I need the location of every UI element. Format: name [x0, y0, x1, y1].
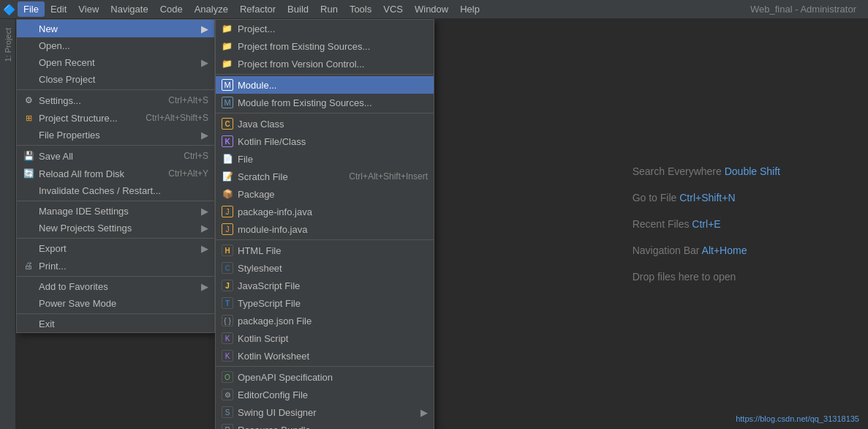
hint-recent: Recent Files Ctrl+E [633, 218, 780, 230]
ts-icon: T [222, 297, 233, 309]
file-menu-project-structure[interactable]: ⊞ Project Structure... Ctrl+Alt+Shift+S [17, 109, 214, 127]
submenu-package[interactable]: 📦 Package [216, 185, 434, 203]
submenu-project[interactable]: 📁 Project... [216, 20, 434, 37]
file-menu-open-recent[interactable]: Open Recent ▶ [17, 54, 214, 71]
file-menu-power-save[interactable]: Power Save Mode [17, 295, 214, 312]
module-existing-icon: M [222, 97, 233, 108]
sub-sep4 [216, 366, 434, 367]
print-icon: 🖨 [23, 260, 34, 272]
hint-goto: Go to File Ctrl+Shift+N [633, 192, 780, 204]
module-icon: M [222, 79, 233, 91]
settings-shortcut: Ctrl+Alt+S [168, 95, 208, 105]
menu-code[interactable]: Code [154, 1, 189, 17]
new-submenu: 📁 Project... 📁 Project from Existing Sou… [215, 19, 434, 429]
app-icon: 🔷 [3, 4, 15, 15]
hint-navbar: Navigation Bar Alt+Home [633, 245, 780, 256]
file-menu-dropdown: New ▶ Open... Open Recent ▶ Close Projec… [16, 19, 215, 333]
file-menu-new-projects-settings[interactable]: New Projects Settings ▶ [17, 220, 214, 236]
submenu-file[interactable]: 📄 File [216, 150, 434, 168]
file-menu-settings[interactable]: ⚙ Settings... Ctrl+Alt+S [17, 92, 214, 109]
kotlin-script-icon: K [222, 332, 233, 344]
menu-help[interactable]: Help [454, 1, 486, 17]
menu-navigate[interactable]: Navigate [105, 1, 154, 17]
reload-icon: 🔄 [23, 168, 34, 179]
favorites-arrow: ▶ [201, 281, 208, 292]
manage-ide-arrow: ▶ [201, 206, 208, 217]
package-icon: 📦 [222, 188, 233, 200]
file-menu-invalidate[interactable]: Invalidate Caches / Restart... [17, 182, 214, 199]
submenu-ts[interactable]: T TypeScript File [216, 294, 434, 312]
sep6 [17, 313, 214, 314]
file-menu-file-properties[interactable]: File Properties ▶ [17, 127, 214, 143]
file-menu-new[interactable]: New ▶ [17, 20, 214, 37]
menu-bar: 🔷 File Edit View Navigate Code Analyze R… [0, 0, 868, 19]
sub-sep3 [216, 239, 434, 240]
file-properties-arrow: ▶ [201, 130, 208, 141]
submenu-project-existing[interactable]: 📁 Project from Existing Sources... [216, 37, 434, 55]
js-icon: J [222, 280, 233, 291]
menu-refactor[interactable]: Refactor [234, 1, 282, 17]
settings-icon: ⚙ [23, 94, 34, 106]
submenu-scratch[interactable]: 📝 Scratch File Ctrl+Alt+Shift+Insert [216, 168, 434, 185]
reload-shortcut: Ctrl+Alt+Y [168, 168, 208, 179]
menu-build[interactable]: Build [282, 1, 314, 17]
file-menu-add-favorites[interactable]: Add to Favorites ▶ [17, 278, 214, 295]
file-menu-close-project[interactable]: Close Project [17, 71, 214, 88]
export-arrow: ▶ [201, 243, 208, 254]
sub-sep1 [216, 74, 434, 75]
hint-block: Search Everywhere Double Shift Go to Fil… [633, 165, 780, 283]
submenu-package-info[interactable]: J package-info.java [216, 203, 434, 220]
file-menu-save-all[interactable]: 💾 Save All Ctrl+S [17, 147, 214, 165]
hint-drop: Drop files here to open [633, 271, 780, 283]
kotlin-class-icon: K [222, 135, 233, 147]
submenu-editorconfig[interactable]: ⚙ EditorConfig File [216, 386, 434, 403]
sub-sep2 [216, 113, 434, 113]
sep1 [17, 89, 214, 90]
new-projects-arrow: ▶ [201, 223, 208, 234]
menu-vcs[interactable]: VCS [377, 1, 409, 17]
submenu-kotlin-class[interactable]: K Kotlin File/Class [216, 133, 434, 150]
submenu-project-vcs[interactable]: 📁 Project from Version Control... [216, 55, 434, 72]
swing-arrow: ▶ [420, 407, 428, 418]
menu-analyze[interactable]: Analyze [189, 1, 234, 17]
submenu-html[interactable]: H HTML File [216, 242, 434, 259]
submenu-js[interactable]: J JavaScript File [216, 277, 434, 294]
file-menu-open[interactable]: Open... [17, 37, 214, 54]
submenu-module-existing[interactable]: M Module from Existing Sources... [216, 94, 434, 111]
submenu-swing[interactable]: S Swing UI Designer ▶ [216, 403, 434, 421]
submenu-java-class[interactable]: C Java Class [216, 115, 434, 133]
project-existing-icon: 📁 [222, 40, 233, 52]
file-icon: 📄 [222, 153, 233, 165]
file-menu-export[interactable]: Export ▶ [17, 240, 214, 257]
submenu-module-info[interactable]: J module-info.java [216, 220, 434, 238]
file-menu-exit[interactable]: Exit [17, 316, 214, 332]
menu-run[interactable]: Run [314, 1, 344, 17]
file-menu-reload[interactable]: 🔄 Reload All from Disk Ctrl+Alt+Y [17, 165, 214, 182]
submenu-module[interactable]: M Module... [216, 76, 434, 94]
submenu-kotlin-script[interactable]: K Kotlin Script [216, 329, 434, 347]
submenu-openapi[interactable]: O OpenAPI Specification [216, 368, 434, 386]
menu-tools[interactable]: Tools [344, 1, 377, 17]
menu-file[interactable]: File [18, 1, 45, 17]
project-panel-label[interactable]: 1: Project [4, 28, 12, 61]
menu-edit[interactable]: Edit [45, 1, 72, 17]
file-menu-print[interactable]: 🖨 Print... [17, 257, 214, 275]
project-structure-shortcut: Ctrl+Alt+Shift+S [146, 113, 208, 123]
submenu-resource-bundle[interactable]: R Resource Bundle [216, 421, 434, 429]
kotlin-worksheet-icon: K [222, 350, 233, 362]
submenu-stylesheet[interactable]: C Stylesheet [216, 259, 434, 277]
scratch-shortcut: Ctrl+Alt+Shift+Insert [349, 171, 428, 182]
menu-window[interactable]: Window [409, 1, 454, 17]
new-icon [23, 23, 34, 34]
menu-view[interactable]: View [72, 1, 105, 17]
project-icon: 📁 [222, 23, 233, 34]
project-panel-strip: 1: Project [0, 19, 16, 429]
submenu-kotlin-worksheet[interactable]: K Kotlin Worksheet [216, 347, 434, 365]
file-menu-manage-ide[interactable]: Manage IDE Settings ▶ [17, 203, 214, 220]
sep4 [17, 238, 214, 239]
sep5 [17, 276, 214, 277]
swing-icon: S [222, 406, 233, 418]
module-info-icon: J [222, 223, 233, 235]
submenu-package-json[interactable]: { } package.json File [216, 312, 434, 329]
scratch-icon: 📝 [222, 171, 233, 182]
